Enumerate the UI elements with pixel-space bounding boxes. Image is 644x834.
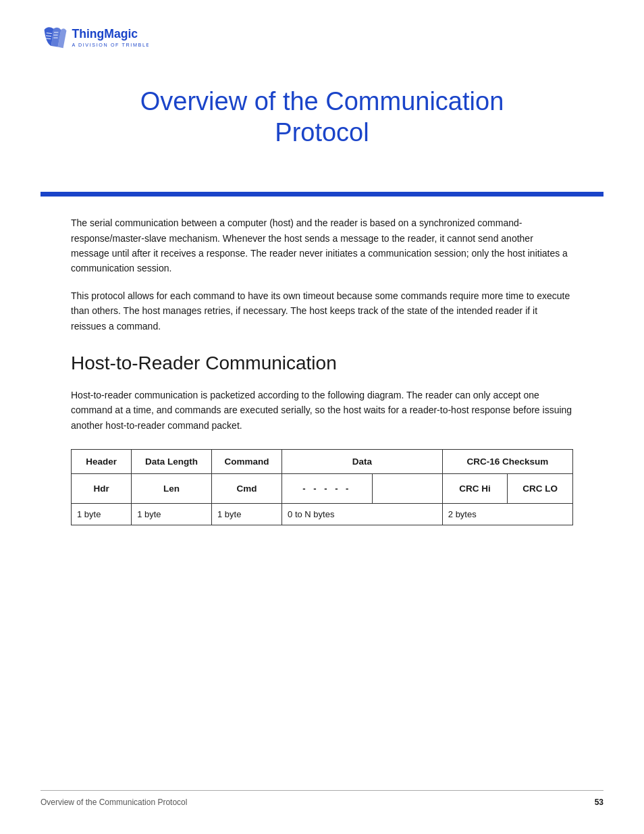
col-command-header: Command (212, 450, 282, 474)
body-dashes: - - - - - (282, 474, 373, 504)
body-crchi: CRC Hi (442, 474, 508, 504)
col-crc-header: CRC-16 Checksum (442, 450, 572, 474)
thingmagic-logo: ThingMagic A DIVISION OF TRIMBLE (41, 19, 149, 59)
page-title: Overview of the Communication Protocol (0, 59, 644, 155)
content-area: The serial communication between a compu… (0, 215, 644, 525)
intro-paragraph-1: The serial communication between a compu… (71, 215, 573, 276)
section-heading: Host-to-Reader Communication (71, 353, 573, 374)
col-datalength-header: Data Length (132, 450, 212, 474)
body-crclo: CRC LO (508, 474, 573, 504)
col-data-header: Data (282, 450, 443, 474)
logo-area: ThingMagic A DIVISION OF TRIMBLE (0, 0, 644, 59)
body-cmd: Cmd (212, 474, 282, 504)
footer-label: Overview of the Communication Protocol (41, 798, 187, 807)
bytes-len: 1 byte (132, 504, 212, 525)
footer-page-number: 53 (595, 798, 603, 807)
diagram-bytes-table: 1 byte 1 byte 1 byte 0 to N bytes 2 byte… (71, 503, 573, 525)
footer-content: Overview of the Communication Protocol 5… (41, 798, 603, 807)
section-description: Host-to-reader communication is packetiz… (71, 388, 573, 433)
tagline: A DIVISION OF TRIMBLE (72, 42, 149, 48)
diagram-header-table: Header Data Length Command Data CRC-16 C… (71, 449, 573, 474)
body-crc-placeholder (372, 474, 442, 504)
bytes-data: 0 to N bytes (282, 504, 443, 525)
title-line1: Overview of the Communication (140, 87, 504, 115)
body-hdr: Hdr (72, 474, 132, 504)
diagram-area: Header Data Length Command Data CRC-16 C… (71, 449, 573, 525)
diagram-body-table: Hdr Len Cmd - - - - - CRC Hi CRC LO (71, 473, 573, 504)
brand-name: ThingMagic (72, 27, 138, 41)
footer-rule (41, 790, 603, 791)
body-len: Len (132, 474, 212, 504)
bytes-cmd: 1 byte (212, 504, 282, 525)
col-header-header: Header (72, 450, 132, 474)
intro-paragraph-2: This protocol allows for each command to… (71, 288, 573, 334)
page: ThingMagic A DIVISION OF TRIMBLE Overvie… (0, 0, 644, 834)
blue-rule (41, 192, 603, 197)
footer: Overview of the Communication Protocol 5… (0, 790, 644, 807)
logo-container: ThingMagic A DIVISION OF TRIMBLE (41, 19, 603, 59)
title-line2: Protocol (275, 118, 369, 147)
bytes-crc: 2 bytes (442, 504, 572, 525)
bytes-hdr: 1 byte (72, 504, 132, 525)
